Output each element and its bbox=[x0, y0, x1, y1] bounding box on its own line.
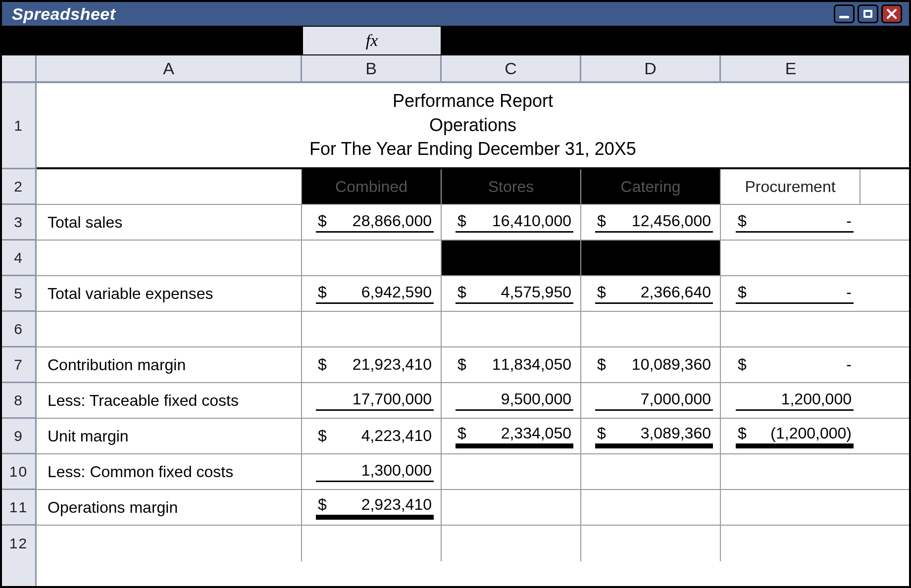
cell-D5[interactable]: $2,366,640 bbox=[581, 276, 721, 311]
window-buttons bbox=[834, 4, 902, 23]
cell-B10[interactable]: 1,300,000 bbox=[302, 454, 442, 489]
cell-A9[interactable]: Unit margin bbox=[37, 419, 302, 453]
cell-E2[interactable]: Procurement bbox=[721, 169, 860, 204]
cell-E10[interactable] bbox=[721, 454, 860, 489]
col-header-A[interactable]: A bbox=[37, 55, 302, 81]
cell-B12[interactable] bbox=[302, 526, 442, 561]
name-box[interactable] bbox=[2, 27, 302, 54]
cell-B9[interactable]: $4,223,410 bbox=[302, 419, 442, 453]
close-button[interactable] bbox=[881, 4, 902, 23]
cell-D3[interactable]: $12,456,000 bbox=[581, 205, 721, 240]
row-6 bbox=[37, 312, 909, 347]
cell-E3[interactable]: $- bbox=[721, 205, 860, 240]
cell-D7[interactable]: $10,089,360 bbox=[581, 347, 721, 382]
close-icon bbox=[886, 8, 898, 20]
row-header-12[interactable]: 12 bbox=[2, 526, 35, 561]
row-header-2[interactable]: 2 bbox=[2, 169, 35, 205]
cell-B7[interactable]: $21,923,410 bbox=[302, 347, 442, 382]
cell-E4[interactable] bbox=[721, 241, 860, 275]
cell-C2[interactable]: Stores bbox=[442, 169, 581, 204]
spreadsheet-window: Spreadsheet fx A B C D E 1 2 bbox=[0, 0, 911, 588]
row-7: Contribution margin $21,923,410 $11,834,… bbox=[37, 347, 909, 383]
col-header-E[interactable]: E bbox=[721, 55, 860, 81]
cell-E12[interactable] bbox=[721, 526, 860, 561]
cell-A5[interactable]: Total variable expenses bbox=[37, 276, 302, 311]
cell-D2[interactable]: Catering bbox=[581, 169, 721, 204]
row-header-3[interactable]: 3 bbox=[2, 205, 35, 241]
cell-D10[interactable] bbox=[581, 454, 721, 489]
cell-C11[interactable] bbox=[442, 490, 581, 525]
cell-E5[interactable]: $- bbox=[721, 276, 860, 311]
cell-E8[interactable]: 1,200,000 bbox=[721, 383, 860, 418]
row-4 bbox=[37, 241, 909, 276]
cell-title[interactable]: Performance Report Operations For The Ye… bbox=[37, 83, 909, 167]
report-title-1: Performance Report bbox=[44, 89, 902, 113]
row-3: Total sales $28,866,000 $16,410,000 $12,… bbox=[37, 205, 909, 241]
row-header-8[interactable]: 8 bbox=[2, 383, 35, 419]
row-header-5[interactable]: 5 bbox=[2, 276, 35, 312]
row-header-10[interactable]: 10 bbox=[2, 454, 35, 490]
row-header-6[interactable]: 6 bbox=[2, 312, 35, 347]
cell-B3[interactable]: $28,866,000 bbox=[302, 205, 442, 240]
cell-A3[interactable]: Total sales bbox=[37, 205, 302, 240]
cell-B2[interactable]: Combined bbox=[302, 169, 442, 204]
cell-D8[interactable]: 7,000,000 bbox=[581, 383, 721, 418]
row-header-7[interactable]: 7 bbox=[2, 347, 35, 383]
cell-B11[interactable]: $2,923,410 bbox=[302, 490, 442, 525]
row-headers: 1 2 3 4 5 6 7 8 9 10 11 12 bbox=[2, 83, 37, 586]
cell-B4[interactable] bbox=[302, 241, 442, 275]
row-11: Operations margin $2,923,410 bbox=[37, 490, 909, 526]
cell-C4[interactable] bbox=[442, 241, 581, 275]
cell-A7[interactable]: Contribution margin bbox=[37, 347, 302, 382]
fx-button[interactable]: fx bbox=[302, 27, 442, 54]
cell-D12[interactable] bbox=[581, 526, 721, 561]
cell-D6[interactable] bbox=[581, 312, 721, 346]
cell-A10[interactable]: Less: Common fixed costs bbox=[37, 454, 302, 489]
cell-C10[interactable] bbox=[442, 454, 581, 489]
cell-B8[interactable]: 17,700,000 bbox=[302, 383, 442, 418]
maximize-button[interactable] bbox=[858, 4, 878, 23]
row-5: Total variable expenses $6,942,590 $4,57… bbox=[37, 276, 909, 312]
col-header-B[interactable]: B bbox=[302, 55, 442, 81]
formula-bar: fx bbox=[2, 27, 909, 55]
cell-E9[interactable]: $(1,200,000) bbox=[721, 419, 860, 453]
cell-A12[interactable] bbox=[37, 526, 302, 561]
cell-B6[interactable] bbox=[302, 312, 442, 346]
cell-E11[interactable] bbox=[721, 490, 860, 525]
row-header-11[interactable]: 11 bbox=[2, 490, 35, 526]
cell-C7[interactable]: $11,834,050 bbox=[442, 347, 581, 382]
select-all-corner[interactable] bbox=[2, 55, 37, 81]
cell-A11[interactable]: Operations margin bbox=[37, 490, 302, 525]
minimize-button[interactable] bbox=[834, 4, 855, 23]
row-10: Less: Common fixed costs 1,300,000 bbox=[37, 454, 909, 490]
cell-D9[interactable]: $3,089,360 bbox=[581, 419, 721, 453]
column-headers: A B C D E bbox=[2, 55, 909, 83]
cell-C8[interactable]: 9,500,000 bbox=[442, 383, 581, 418]
col-header-C[interactable]: C bbox=[442, 55, 581, 81]
cell-A6[interactable] bbox=[37, 312, 302, 346]
cell-D11[interactable] bbox=[581, 490, 721, 525]
window-title: Spreadsheet bbox=[12, 4, 834, 24]
cell-A4[interactable] bbox=[37, 241, 302, 275]
cell-E7[interactable]: $- bbox=[721, 347, 860, 382]
row-2: Combined Stores Catering Procurement bbox=[37, 169, 909, 205]
cell-D4[interactable] bbox=[581, 241, 721, 275]
row-header-4[interactable]: 4 bbox=[2, 241, 35, 276]
cell-C3[interactable]: $16,410,000 bbox=[442, 205, 581, 240]
cell-C12[interactable] bbox=[442, 526, 581, 561]
cell-A8[interactable]: Less: Traceable fixed costs bbox=[37, 383, 302, 418]
cell-C6[interactable] bbox=[442, 312, 581, 346]
cell-A2[interactable] bbox=[37, 169, 302, 204]
cell-B5[interactable]: $6,942,590 bbox=[302, 276, 442, 311]
row-header-9[interactable]: 9 bbox=[2, 419, 35, 454]
cell-C5[interactable]: $4,575,950 bbox=[442, 276, 581, 311]
cell-E6[interactable] bbox=[721, 312, 860, 346]
cell-C9[interactable]: $2,334,050 bbox=[442, 419, 581, 453]
row-header-1[interactable]: 1 bbox=[2, 83, 35, 169]
col-header-D[interactable]: D bbox=[581, 55, 721, 81]
row-8: Less: Traceable fixed costs 17,700,000 9… bbox=[37, 383, 909, 419]
row-1: Performance Report Operations For The Ye… bbox=[37, 83, 909, 169]
row-12 bbox=[37, 526, 909, 561]
sheet: A B C D E 1 2 3 4 5 6 7 8 9 10 11 12 bbox=[2, 55, 909, 586]
formula-input[interactable] bbox=[442, 27, 909, 54]
